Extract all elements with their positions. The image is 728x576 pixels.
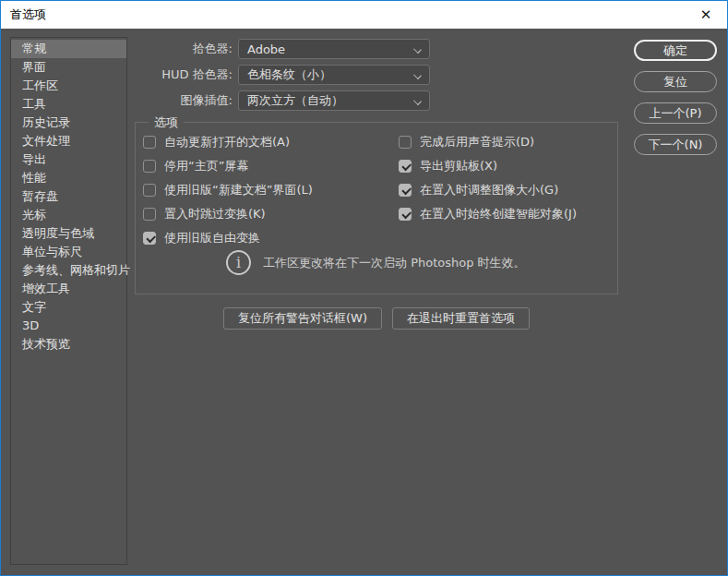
dialog-button[interactable]: 下一个(N) [634,134,717,155]
dialog-buttons: 确定复位上一个(P)下一个(N) [634,40,717,155]
dialog-content: 常规界面工作区工具历史记录文件处理导出性能暂存盘光标透明度与色域单位与标尺参考线… [1,29,727,575]
checkbox[interactable] [399,136,412,149]
checkbox[interactable] [143,136,156,149]
picker-row: 图像插值:两次立方（自动） [135,90,430,111]
dialog-button[interactable]: 确定 [634,40,717,61]
sidebar-item[interactable]: 界面 [11,58,126,77]
dialog-title: 首选项 [1,6,685,23]
sidebar-item[interactable]: 增效工具 [11,280,126,298]
checkbox[interactable] [399,208,412,221]
sidebar-item[interactable]: 光标 [11,206,126,224]
titlebar: 首选项 ✕ [1,1,727,29]
sidebar-item[interactable]: 参考线、网格和切片 [11,261,126,280]
picker-label: HUD 拾色器: [135,66,233,83]
checkbox[interactable] [143,184,156,197]
option-row: 停用“主页”屏幕 [143,160,313,173]
picker-value: 色相条纹（小） [247,66,331,83]
info-icon: i [226,250,251,275]
picker-dropdown[interactable]: 色相条纹（小） [238,65,430,85]
close-icon[interactable]: ✕ [685,1,727,29]
sidebar-item[interactable]: 技术预览 [11,335,126,354]
dialog-button[interactable]: 复位 [634,71,717,92]
options-group-legend: 选项 [149,114,184,131]
preferences-dialog: 首选项 ✕ 常规界面工作区工具历史记录文件处理导出性能暂存盘光标透明度与色域单位… [0,0,728,576]
sidebar-item[interactable]: 常规 [11,40,126,58]
checkbox[interactable] [143,160,156,173]
options-left-column: 自动更新打开的文档(A)停用“主页”屏幕使用旧版“新建文档”界面(L)置入时跳过… [143,136,313,256]
action-button[interactable]: 在退出时重置首选项 [392,307,530,330]
checkbox[interactable] [143,232,156,245]
sidebar-item[interactable]: 工具 [11,95,126,114]
checkbox-label: 在置入时调整图像大小(G) [420,182,558,198]
dialog-button[interactable]: 上一个(P) [634,102,717,124]
picker-value: 两次立方（自动） [247,92,343,109]
picker-label: 图像插值: [135,92,233,109]
picker-value: Adobe [247,42,285,56]
action-button-row: 复位所有警告对话框(W)在退出时重置首选项 [223,307,530,330]
action-button[interactable]: 复位所有警告对话框(W) [223,307,382,330]
option-row: 在置入时始终创建智能对象(J) [399,208,577,221]
sidebar-item[interactable]: 文件处理 [11,132,126,150]
checkbox[interactable] [399,160,412,173]
checkbox-label: 在置入时始终创建智能对象(J) [420,206,577,222]
chevron-down-icon [413,97,422,105]
options-group: 选项 自动更新打开的文档(A)停用“主页”屏幕使用旧版“新建文档”界面(L)置入… [135,122,618,294]
option-row: 完成后用声音提示(D) [399,136,577,149]
checkbox-label: 导出剪贴板(X) [420,158,497,174]
checkbox-label: 停用“主页”屏幕 [164,158,248,174]
checkbox-label: 使用旧版自由变换 [164,230,260,246]
picker-row: 拾色器:Adobe [135,39,430,59]
checkbox-label: 自动更新打开的文档(A) [164,134,290,150]
sidebar-item[interactable]: 工作区 [11,77,126,95]
picker-row: HUD 拾色器:色相条纹（小） [135,65,430,85]
checkbox[interactable] [399,184,412,197]
option-row: 导出剪贴板(X) [399,160,577,173]
picker-label: 拾色器: [135,41,233,57]
sidebar-item[interactable]: 透明度与色域 [11,224,126,243]
option-row: 使用旧版自由变换 [143,232,313,245]
picker-dropdown[interactable]: Adobe [238,39,430,59]
sidebar-item[interactable]: 3D [11,317,126,335]
sidebar: 常规界面工作区工具历史记录文件处理导出性能暂存盘光标透明度与色域单位与标尺参考线… [10,37,127,565]
sidebar-item[interactable]: 文字 [11,298,126,317]
sidebar-item[interactable]: 历史记录 [11,114,126,132]
sidebar-item[interactable]: 性能 [11,169,126,187]
chevron-down-icon [413,45,422,54]
picker-dropdown[interactable]: 两次立方（自动） [238,90,430,111]
option-row: 自动更新打开的文档(A) [143,136,313,149]
option-row: 在置入时调整图像大小(G) [399,184,577,197]
option-row: 置入时跳过变换(K) [143,208,313,221]
chevron-down-icon [413,71,422,79]
info-text: 工作区更改将在下一次启动 Photoshop 时生效。 [263,255,526,271]
options-right-column: 完成后用声音提示(D)导出剪贴板(X)在置入时调整图像大小(G)在置入时始终创建… [399,136,577,232]
checkbox-label: 使用旧版“新建文档”界面(L) [164,182,313,198]
sidebar-item[interactable]: 导出 [11,150,126,169]
option-row: 使用旧版“新建文档”界面(L) [143,184,313,197]
checkbox-label: 置入时跳过变换(K) [164,206,266,222]
sidebar-item[interactable]: 单位与标尺 [11,243,126,261]
info-row: i 工作区更改将在下一次启动 Photoshop 时生效。 [226,250,526,275]
sidebar-item[interactable]: 暂存盘 [11,187,126,206]
checkbox[interactable] [143,208,156,221]
checkbox-label: 完成后用声音提示(D) [420,134,534,150]
